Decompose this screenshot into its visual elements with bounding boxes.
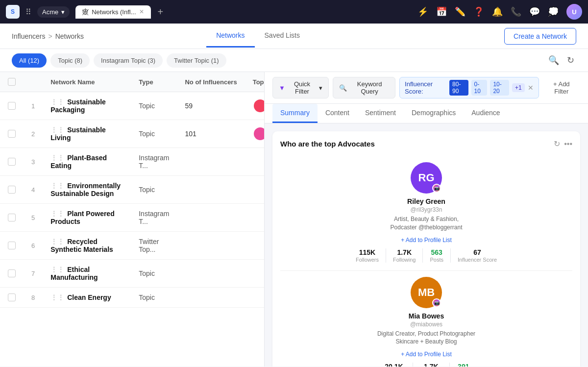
network-name-cell[interactable]: ⋮⋮Sustainable Packaging bbox=[43, 92, 131, 120]
checkbox-header bbox=[0, 72, 24, 92]
keyword-query-button[interactable]: 🔍 Keyword Query bbox=[333, 77, 395, 98]
networks-tab[interactable]: 🕸 Networks (Infl... ✕ bbox=[75, 5, 150, 19]
lightning-icon[interactable]: ⚡ bbox=[417, 6, 428, 17]
row-checkbox[interactable] bbox=[8, 242, 16, 249]
influencer-avatar-wrap: RG 📷 bbox=[411, 162, 442, 194]
network-name-cell[interactable]: ⋮⋮Recycled Synthetic Materials bbox=[43, 232, 131, 260]
row-checkbox[interactable] bbox=[8, 102, 16, 110]
more-options-icon[interactable]: ••• bbox=[564, 140, 572, 148]
stat-item: 115K Followers bbox=[349, 248, 386, 263]
influencer-card: MB 📷 Mia Bowes @miabowes Digital Creator… bbox=[280, 271, 572, 367]
network-name-header: Network Name bbox=[43, 72, 131, 92]
table-row[interactable]: 7⋮⋮Ethical ManufacturingTopic bbox=[0, 260, 265, 288]
account-switcher[interactable]: Acme ▾ bbox=[37, 6, 70, 18]
tab-sentiment[interactable]: Sentiment bbox=[357, 104, 404, 123]
row-number: 7 bbox=[24, 260, 43, 288]
chat-icon[interactable]: 💬 bbox=[529, 6, 540, 17]
tab-networks[interactable]: Networks bbox=[206, 24, 254, 48]
search-button[interactable]: 🔍 bbox=[546, 53, 561, 68]
count-cell bbox=[177, 260, 245, 288]
network-name-cell[interactable]: ⋮⋮Clean Energy bbox=[43, 288, 131, 308]
network-name-cell[interactable]: ⋮⋮Sustainable Living bbox=[43, 120, 131, 148]
calendar-icon[interactable]: 📅 bbox=[436, 6, 447, 17]
filter-pill-instagram[interactable]: Instagram Topic (3) bbox=[94, 53, 163, 68]
main-tabs: Networks Saved Lists bbox=[206, 24, 310, 48]
row-number: 4 bbox=[24, 176, 43, 204]
close-score-filter-icon[interactable]: ✕ bbox=[528, 84, 534, 92]
phone-icon[interactable]: 📞 bbox=[511, 6, 521, 17]
filter-funnel-icon: ▼ bbox=[279, 84, 285, 92]
network-name-cell[interactable]: ⋮⋮Ethical Manufacturing bbox=[43, 260, 131, 288]
close-tab-icon[interactable]: ✕ bbox=[139, 8, 144, 15]
tab-content[interactable]: Content bbox=[318, 104, 357, 123]
type-cell: Instagram T... bbox=[131, 148, 177, 176]
table-row[interactable]: 1⋮⋮Sustainable PackagingTopic59 bbox=[0, 92, 265, 120]
tab-audience[interactable]: Audience bbox=[464, 104, 508, 123]
user-avatar[interactable]: U bbox=[566, 4, 582, 20]
table-row[interactable]: 8⋮⋮Clean EnergyTopic bbox=[0, 288, 265, 308]
network-name-cell[interactable]: ⋮⋮Environmentally Sustainable Design bbox=[43, 176, 131, 204]
help-icon[interactable]: ❓ bbox=[473, 6, 484, 17]
create-network-button[interactable]: Create a Network bbox=[504, 28, 576, 45]
tab-demographics[interactable]: Demographics bbox=[404, 104, 464, 123]
table-row[interactable]: 3⋮⋮Plant-Based EatingInstagram T... bbox=[0, 148, 265, 176]
quick-filter-button[interactable]: ▼ Quick Filter ▾ bbox=[272, 77, 329, 98]
influencer-list: RG 📷 Riley Green @ril3ygr33n Artist, Bea… bbox=[280, 156, 572, 367]
top5-avatars bbox=[253, 126, 265, 141]
type-cell: Twitter Top... bbox=[131, 232, 177, 260]
score-plus-badge[interactable]: +1 bbox=[512, 83, 525, 92]
advocates-card: Who are the top Advocates ↻ ••• RG 📷 Ril… bbox=[272, 131, 580, 367]
tab-summary[interactable]: Summary bbox=[272, 104, 318, 123]
score-range-2[interactable]: 0-10 bbox=[471, 80, 488, 96]
table-row[interactable]: 5⋮⋮Plant Powered ProductsInstagram T... bbox=[0, 204, 265, 232]
count-cell bbox=[177, 232, 245, 260]
breadcrumb-parent[interactable]: Influencers bbox=[12, 32, 45, 40]
filter-pill-all[interactable]: All (12) bbox=[12, 53, 47, 68]
top5-cell bbox=[245, 232, 265, 260]
network-name-cell[interactable]: ⋮⋮Plant Powered Products bbox=[43, 204, 131, 232]
influencer-stats: 20.1K Followers 1.7K Following 391 Posts bbox=[280, 363, 572, 367]
bubble-icon[interactable]: 💭 bbox=[548, 6, 559, 17]
filter-pill-twitter[interactable]: Twitter Topic (1) bbox=[167, 53, 226, 68]
table-row[interactable]: 2⋮⋮Sustainable LivingTopic101 bbox=[0, 120, 265, 148]
influencer-avatar-mini[interactable] bbox=[253, 126, 265, 141]
count-cell bbox=[177, 176, 245, 204]
count-header: No of Influencers bbox=[177, 72, 245, 92]
grid-icon[interactable]: ⠿ bbox=[24, 5, 33, 19]
add-to-profile-button[interactable]: + Add to Profile List bbox=[401, 237, 452, 244]
row-num-header bbox=[24, 72, 43, 92]
row-number: 1 bbox=[24, 92, 43, 120]
row-checkbox[interactable] bbox=[8, 294, 16, 301]
add-tab-button[interactable]: + bbox=[155, 5, 167, 19]
influencer-bio: Digital Creator, Product PhotographerSki… bbox=[280, 330, 572, 346]
score-range-3[interactable]: 10-20 bbox=[490, 80, 509, 96]
score-range-1[interactable]: 80-90 bbox=[449, 80, 468, 96]
app-logo[interactable]: S bbox=[6, 5, 20, 19]
networks-tab-label: Networks (Infl... bbox=[92, 8, 136, 16]
table-row[interactable]: 6⋮⋮Recycled Synthetic MaterialsTwitter T… bbox=[0, 232, 265, 260]
tab-saved-lists[interactable]: Saved Lists bbox=[255, 24, 310, 48]
score-filter-tag: Influencer Score: 80-90 0-10 10-20 +1 ✕ bbox=[399, 77, 539, 98]
filter-pill-topic[interactable]: Topic (8) bbox=[50, 53, 90, 68]
top5-cell bbox=[245, 260, 265, 288]
table-row[interactable]: 4⋮⋮Environmentally Sustainable DesignTop… bbox=[0, 176, 265, 204]
bell-icon[interactable]: 🔔 bbox=[492, 6, 503, 17]
drag-handle-icon: ⋮⋮ bbox=[50, 98, 64, 106]
refresh-button[interactable]: ↻ bbox=[565, 53, 576, 68]
influencer-avatar-mini[interactable] bbox=[253, 98, 265, 113]
top5-cell bbox=[245, 148, 265, 176]
row-checkbox[interactable] bbox=[8, 130, 16, 138]
refresh-advocates-icon[interactable]: ↻ bbox=[554, 139, 560, 148]
network-name-cell[interactable]: ⋮⋮Plant-Based Eating bbox=[43, 148, 131, 176]
row-checkbox[interactable] bbox=[8, 269, 16, 277]
edit-icon[interactable]: ✏️ bbox=[455, 6, 466, 17]
stat-item: 391 Posts bbox=[450, 363, 477, 367]
add-to-profile-button[interactable]: + Add to Profile List bbox=[401, 351, 452, 358]
row-checkbox[interactable] bbox=[8, 158, 16, 166]
add-filter-button[interactable]: + Add Filter bbox=[543, 77, 580, 98]
select-all-checkbox[interactable] bbox=[8, 78, 16, 86]
stat-item: 20.1K Followers bbox=[375, 363, 413, 367]
row-checkbox[interactable] bbox=[8, 214, 16, 221]
row-checkbox[interactable] bbox=[8, 186, 16, 194]
instagram-badge-icon: 📷 bbox=[432, 184, 441, 193]
